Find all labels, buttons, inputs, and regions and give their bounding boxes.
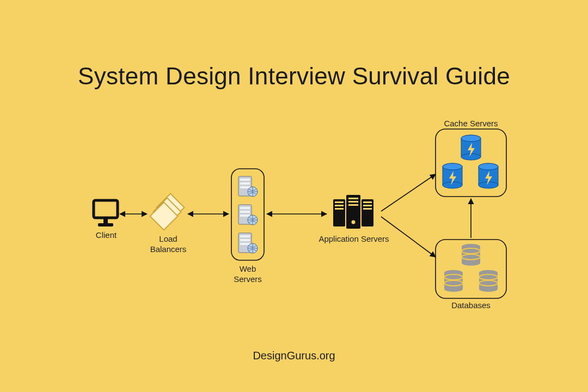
svg-rect-23 <box>335 201 344 203</box>
svg-rect-13 <box>240 207 250 209</box>
svg-rect-10 <box>240 186 250 188</box>
svg-rect-31 <box>362 199 373 226</box>
client-icon <box>94 200 118 226</box>
databases-group <box>436 240 506 298</box>
svg-point-30 <box>352 220 356 224</box>
cache-cylinder-icon <box>479 163 498 188</box>
svg-rect-15 <box>240 215 250 217</box>
cache-cylinder-icon <box>461 135 481 160</box>
svg-point-43 <box>443 163 462 170</box>
svg-rect-8 <box>240 179 250 181</box>
svg-point-56 <box>444 286 463 292</box>
svg-rect-22 <box>333 199 345 226</box>
svg-point-61 <box>479 286 498 292</box>
svg-rect-34 <box>363 208 372 210</box>
svg-rect-0 <box>94 200 118 218</box>
edge-app-db <box>381 217 436 257</box>
web-servers-group <box>231 169 264 260</box>
svg-rect-28 <box>348 201 358 203</box>
svg-point-46 <box>479 182 498 188</box>
load-balancers-icon <box>150 194 185 230</box>
svg-rect-33 <box>363 205 372 206</box>
svg-point-39 <box>461 135 481 142</box>
svg-rect-2 <box>98 223 113 226</box>
svg-rect-29 <box>348 204 358 206</box>
database-cylinder-icon <box>444 270 463 292</box>
database-cylinder-icon <box>462 244 480 266</box>
web-server-icon <box>238 205 258 225</box>
architecture-diagram <box>0 0 588 392</box>
web-server-icon <box>238 233 258 253</box>
diagram-stage: System Design Interview Survival Guide C… <box>0 0 588 392</box>
edge-app-cache <box>381 174 436 211</box>
cache-servers-group <box>436 129 506 197</box>
svg-rect-20 <box>240 243 250 245</box>
svg-rect-14 <box>240 211 250 213</box>
svg-rect-32 <box>363 201 372 203</box>
svg-rect-19 <box>240 239 250 241</box>
svg-point-47 <box>479 163 498 170</box>
svg-point-42 <box>443 182 462 188</box>
svg-rect-1 <box>103 219 108 223</box>
footer-attribution: DesignGurus.org <box>0 350 588 362</box>
application-servers-icon <box>333 195 373 229</box>
database-cylinder-icon <box>479 270 498 292</box>
svg-point-38 <box>461 154 481 160</box>
svg-rect-18 <box>240 235 250 237</box>
svg-point-51 <box>462 260 480 266</box>
svg-rect-27 <box>348 198 358 199</box>
svg-rect-24 <box>335 205 344 206</box>
web-server-icon <box>238 176 258 197</box>
svg-rect-25 <box>335 208 344 210</box>
cache-cylinder-icon <box>443 163 462 188</box>
svg-rect-9 <box>240 182 250 185</box>
